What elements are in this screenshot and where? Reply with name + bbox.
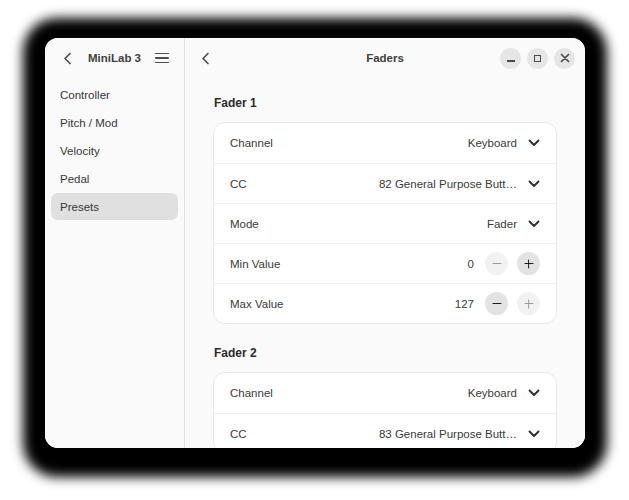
sidebar-item-label: Pedal (60, 173, 89, 185)
increment-button[interactable] (517, 292, 540, 315)
chevron-down-icon (528, 389, 540, 397)
decrement-button[interactable] (485, 252, 508, 275)
row-label: Max Value (230, 298, 446, 310)
desktop-background: MiniLab 3 Controller Pitch / Mod Velocit… (0, 0, 629, 500)
minus-icon (492, 263, 501, 265)
row-label: Mode (230, 218, 478, 230)
headerbar: Faders (185, 38, 585, 78)
chevron-down-icon (528, 180, 540, 188)
chevron-down-icon (528, 220, 540, 228)
hamburger-icon (155, 53, 169, 64)
content-scroll-area[interactable]: Fader 1 Channel Keyboard CC 82 General P… (185, 78, 585, 448)
close-button[interactable] (554, 48, 575, 69)
sidebar-item-label: Pitch / Mod (60, 117, 118, 129)
sidebar-nav: Controller Pitch / Mod Velocity Pedal Pr… (45, 78, 184, 224)
row-label: Channel (230, 137, 459, 149)
minus-icon (492, 303, 501, 305)
minimize-button[interactable] (500, 48, 521, 69)
sidebar-header: MiniLab 3 (45, 38, 184, 78)
chevron-down-icon (528, 139, 540, 147)
chevron-down-icon (528, 430, 540, 438)
fader-1-section: Fader 1 Channel Keyboard CC 82 General P… (213, 96, 557, 324)
stepper-value: 127 (455, 298, 474, 310)
cc-dropdown-row[interactable]: CC 82 General Purpose Butt… (214, 163, 556, 203)
max-value-stepper-row: Max Value 127 (214, 283, 556, 323)
window-controls (500, 48, 575, 69)
chevron-left-icon (201, 52, 210, 65)
minimize-icon (507, 60, 515, 62)
sidebar-item-velocity[interactable]: Velocity (51, 137, 178, 164)
main-panel: Faders (185, 38, 585, 448)
sidebar-title: MiniLab 3 (77, 52, 152, 64)
sidebar-item-label: Controller (60, 89, 110, 101)
row-value: 82 General Purpose Butt… (379, 178, 517, 190)
page-title: Faders (366, 52, 404, 64)
increment-button[interactable] (517, 252, 540, 275)
sidebar-item-label: Velocity (60, 145, 100, 157)
row-label: Min Value (230, 258, 459, 270)
sidebar-item-controller[interactable]: Controller (51, 81, 178, 108)
decrement-button[interactable] (485, 292, 508, 315)
sidebar-back-button[interactable] (57, 48, 77, 68)
sidebar-item-label: Presets (60, 201, 99, 213)
min-value-stepper-row: Min Value 0 (214, 243, 556, 283)
sidebar-item-presets[interactable]: Presets (51, 193, 178, 220)
stepper-value: 0 (468, 258, 474, 270)
sidebar: MiniLab 3 Controller Pitch / Mod Velocit… (45, 38, 185, 448)
channel-dropdown-row[interactable]: Channel Keyboard (214, 123, 556, 163)
app-window: MiniLab 3 Controller Pitch / Mod Velocit… (45, 38, 585, 448)
section-heading: Fader 1 (214, 96, 556, 110)
maximize-icon (534, 55, 541, 62)
row-value: 83 General Purpose Butt… (379, 428, 517, 440)
mode-dropdown-row[interactable]: Mode Fader (214, 203, 556, 243)
row-label: Channel (230, 387, 459, 399)
row-label: CC (230, 428, 370, 440)
row-value: Fader (487, 218, 517, 230)
row-value: Keyboard (468, 137, 517, 149)
sidebar-item-pitch-mod[interactable]: Pitch / Mod (51, 109, 178, 136)
sidebar-item-pedal[interactable]: Pedal (51, 165, 178, 192)
row-label: CC (230, 178, 370, 190)
maximize-button[interactable] (527, 48, 548, 69)
cc-dropdown-row[interactable]: CC 83 General Purpose Butt… (214, 413, 556, 448)
fader-2-section: Fader 2 Channel Keyboard CC 83 General P… (213, 346, 557, 448)
close-icon (560, 53, 570, 63)
main-menu-button[interactable] (152, 48, 172, 68)
row-value: Keyboard (468, 387, 517, 399)
page-back-button[interactable] (195, 48, 215, 68)
settings-card: Channel Keyboard CC 83 General Purpose B… (213, 372, 557, 448)
channel-dropdown-row[interactable]: Channel Keyboard (214, 373, 556, 413)
section-heading: Fader 2 (214, 346, 556, 360)
chevron-left-icon (63, 52, 72, 65)
settings-card: Channel Keyboard CC 82 General Purpose B… (213, 122, 557, 324)
